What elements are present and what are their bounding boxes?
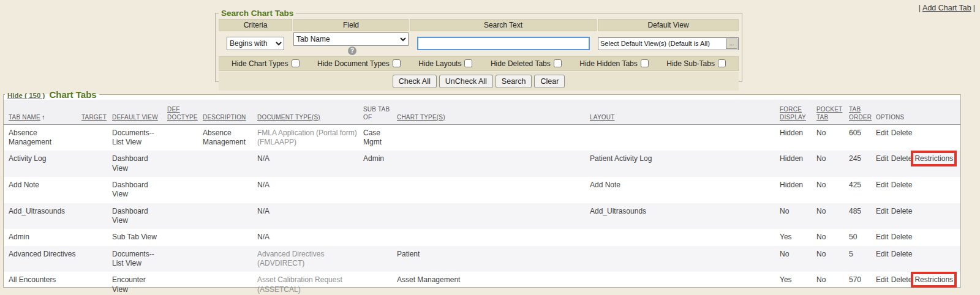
search-button[interactable]: Search [496,75,532,88]
option-delete-link[interactable]: Delete [891,154,913,163]
option-edit-link[interactable]: Edit [876,275,889,284]
hide-sub-tabs-option: Hide Sub-Tabs [666,59,726,68]
option-edit-link[interactable]: Edit [876,250,889,258]
cell-sub-tab-of: Case Mgmt [362,124,396,151]
search-text-input[interactable] [417,37,590,50]
cell-def-doctype [166,246,202,272]
option-delete-link[interactable]: Delete [891,250,913,258]
topbar: |Add Chart Tab| [919,4,975,12]
hide-sub-tabs-checkbox[interactable] [718,59,726,67]
cell-default-view: Documents-- List View [111,124,166,151]
cell-default-view: Dashboard View [111,203,166,230]
cell-default-view: Dashboard View [111,151,166,177]
hide-layouts-checkbox[interactable] [464,59,472,67]
cell-sub-tab-of [362,203,396,230]
col-header-def-doctype[interactable]: DEF DOCTYPE [166,100,202,124]
hide-count-link[interactable]: Hide ( 150 ) [7,92,45,99]
col-header-force-display[interactable]: FORCE DISPLAY [778,100,815,124]
option-edit-link[interactable]: Edit [876,154,889,163]
add-chart-tab-link[interactable]: Add Chart Tab [922,4,971,12]
option-delete-link[interactable]: Delete [891,207,913,215]
field-select[interactable]: Tab Name [293,32,409,46]
col-header-chart-types[interactable]: CHART TYPE(S) [396,100,589,124]
cell-options: EditDelete [875,203,960,230]
cell-chart-types [396,124,589,151]
default-view-browse-button[interactable]: ... [726,39,737,49]
cell-document-types: FMLA Application (Portal form) (FMLAAPP) [256,124,362,151]
option-edit-link[interactable]: Edit [876,181,889,189]
col-header-tab-name[interactable]: TAB NAME↑ [4,100,80,124]
cell-target [80,229,111,245]
table-row: Add_UltrasoundsDashboard ViewN/AAdd_Ultr… [4,203,960,230]
cell-tab-order: 50 [848,229,875,245]
option-edit-link[interactable]: Edit [876,207,889,215]
cell-target [80,177,111,203]
help-icon[interactable]: ? [348,47,356,55]
cell-tab-name: All Encounters [4,272,80,295]
hide-document-types-checkbox[interactable] [393,59,401,67]
col-header-layout[interactable]: LAYOUT [589,100,778,124]
cell-target [80,272,111,295]
cell-default-view: Sub Tab View [111,229,166,245]
cell-default-view: Documents-- List View [111,246,166,272]
hide-deleted-tabs-checkbox[interactable] [554,59,562,67]
check-all-button[interactable]: Check All [393,75,437,88]
option-delete-link[interactable]: Delete [891,275,913,284]
option-restrictions-link[interactable]: Restrictions [914,154,953,163]
col-header-default-view[interactable]: DEFAULT VIEW [111,100,166,124]
cell-options: EditDeleteRestrictions [875,272,960,295]
default-view-picker[interactable]: Select Default View(s) (Default is All) … [598,37,739,50]
clear-button[interactable]: Clear [534,75,565,88]
cell-tab-order: 425 [848,177,875,203]
cell-sub-tab-of [362,272,396,295]
cell-def-doctype [166,177,202,203]
cell-sub-tab-of: Admin [362,151,396,177]
cell-target [80,151,111,177]
col-header-description[interactable]: DESCRIPTION [202,100,256,124]
col-header-document-types[interactable]: DOCUMENT TYPE(S) [256,100,362,124]
option-edit-link[interactable]: Edit [876,233,889,241]
cell-layout: Add_Ultrasounds [589,203,778,230]
cell-document-types: N/A [256,203,362,230]
option-delete-link[interactable]: Delete [891,181,913,189]
col-header-tab-order[interactable]: TAB ORDER [848,100,875,124]
cell-document-types: Asset Calibration Request (ASSETCAL) Ass… [256,272,362,295]
uncheck-all-button[interactable]: UnCheck All [439,75,493,88]
cell-pocket-tab: No [815,177,848,203]
cell-target [80,203,111,230]
cell-force-display: No [778,246,815,272]
grid-header-row: TAB NAME↑ TARGET DEFAULT VIEW DEF DOCTYP… [4,100,960,124]
checkbox-label: Hide Layouts [418,59,461,68]
option-delete-link[interactable]: Delete [891,129,913,137]
cell-tab-name: Activity Log [4,151,80,177]
option-delete-link[interactable]: Delete [891,233,913,241]
search-chart-tabs-panel: Search Chart Tabs Criteria Field Search … [215,9,742,82]
col-header-pocket-tab[interactable]: POCKET TAB [815,100,848,124]
search-text-header: Search Text [410,19,597,31]
option-restrictions-link[interactable]: Restrictions [914,275,953,284]
cell-sub-tab-of [362,246,396,272]
cell-layout: Add Note [589,177,778,203]
criteria-select[interactable]: Begins with [227,37,284,50]
cell-description [202,151,256,177]
cell-default-view: Encounter View [111,272,166,295]
cell-description [202,229,256,245]
col-label: TAB NAME [9,114,40,121]
col-header-target[interactable]: TARGET [80,100,111,124]
checkbox-label: Hide Document Types [317,59,390,68]
cell-tab-order: 245 [848,151,875,177]
cell-tab-name: Absence Management [4,124,80,151]
option-edit-link[interactable]: Edit [876,129,889,137]
cell-def-doctype [166,229,202,245]
hide-chart-types-checkbox[interactable] [292,59,300,67]
table-row: Add NoteDashboard ViewN/AAdd NoteHiddenN… [4,177,960,203]
cell-layout [589,246,778,272]
cell-layout [589,124,778,151]
cell-document-types: N/A [256,177,362,203]
col-header-options: OPTIONS [875,100,960,124]
table-row: Advanced DirectivesDocuments-- List View… [4,246,960,272]
checkbox-label: Hide Deleted Tabs [491,59,551,68]
cell-chart-types [396,177,589,203]
hide-hidden-tabs-checkbox[interactable] [641,59,649,67]
table-row: Activity LogDashboard ViewN/AAdminPatien… [4,151,960,177]
